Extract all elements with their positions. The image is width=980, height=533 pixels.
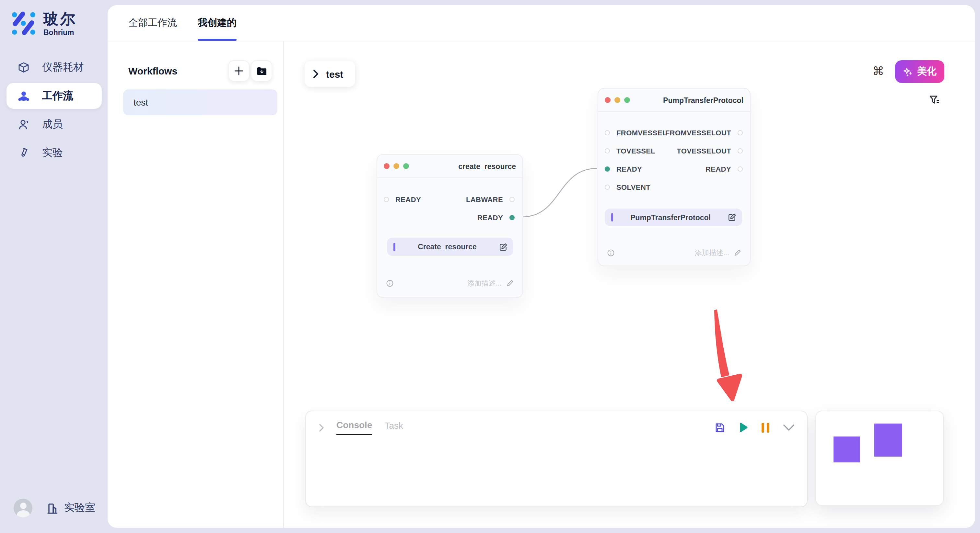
port-connector[interactable] [509,197,515,202]
sidebar: 玻尔 Bohrium 仪器耗材 工作流 [0,0,108,533]
node-action-pill: PumpTransferProtocol [605,209,742,226]
node-title: create_resource [458,162,516,170]
pencil-icon[interactable] [734,249,741,257]
workflow-list-item[interactable]: test [123,89,277,115]
tab-task[interactable]: Task [384,420,403,435]
sidebar-item-label: 实验 [42,146,63,160]
sidebar-item-label: 仪器耗材 [42,60,84,74]
app-window: 玻尔 Bohrium 仪器耗材 工作流 [0,0,980,533]
node-action-pill: Create_resource [387,238,513,256]
save-icon[interactable] [714,422,725,433]
traffic-light-green[interactable] [624,97,630,103]
port-connector[interactable] [738,167,743,171]
beautify-button[interactable]: 美化 [895,60,944,83]
console-panel: Console Task [305,411,808,507]
member-icon [18,118,30,130]
workflow-tabs: 全部工作流 我创建的 [108,5,975,41]
edit-icon[interactable] [728,213,736,222]
brand-title: 玻尔 [43,10,77,27]
node-header: create_resource [377,155,522,178]
port-connector[interactable] [384,197,389,202]
bohrium-logo-icon [10,10,36,36]
edit-icon[interactable] [499,243,508,251]
node-header: PumpTransferProtocol [598,89,750,112]
sidebar-item-instruments[interactable]: 仪器耗材 [6,54,102,80]
port-connector[interactable] [738,148,743,154]
sidebar-item-members[interactable]: 成员 [6,111,102,137]
node-create-resource[interactable]: create_resource READY LABWARE READY Crea… [377,154,523,298]
package-icon [18,61,30,73]
port-connector[interactable] [605,148,610,154]
node-footer: 添加描述... [386,279,514,287]
workflows-panel: Workflows [108,41,284,528]
tab-all-workflows[interactable]: 全部工作流 [128,5,177,41]
console-toolbar: Console Task [306,411,807,435]
pause-icon[interactable] [762,423,769,432]
port-connector[interactable] [605,167,610,171]
pill-label: Create_resource [395,243,499,251]
user-avatar[interactable] [14,499,32,517]
sidebar-item-experiments[interactable]: 实验 [6,140,102,166]
port-connector[interactable] [509,215,515,220]
traffic-light-yellow[interactable] [614,97,620,103]
traffic-light-yellow[interactable] [393,163,399,169]
folder-import-icon [256,67,267,75]
team-icon [18,90,30,102]
input-port-solvent: SOLVENT [605,183,651,191]
brand-subtitle: Bohrium [43,29,77,36]
port-connector[interactable] [605,130,610,135]
beautify-label: 美化 [917,65,937,78]
pencil-icon[interactable] [506,279,514,287]
run-icon[interactable] [739,422,748,433]
traffic-light-green[interactable] [403,163,409,169]
chevron-right-icon [313,69,319,78]
tab-console[interactable]: Console [336,420,372,435]
port-connector[interactable] [738,130,743,135]
plus-icon [234,66,244,76]
sidebar-item-label: 工作流 [42,89,73,103]
command-palette-icon[interactable]: ⌘ [872,65,884,78]
node-pump-transfer-protocol[interactable]: PumpTransferProtocol FROMVESSEL TOVESSEL… [598,88,751,266]
minimap[interactable] [815,411,944,506]
breadcrumb[interactable]: test [305,61,355,87]
main-panel: 全部工作流 我创建的 Workflows [108,5,975,528]
import-workflow-button[interactable] [251,60,272,82]
traffic-light-red[interactable] [605,97,611,103]
output-port-fromvesselout: FROMVESSELOUT [665,129,743,136]
workflows-header: Workflows [128,61,272,81]
sidebar-item-workflow[interactable]: 工作流 [6,83,102,109]
traffic-light-red[interactable] [384,163,390,169]
pill-label: PumpTransferProtocol [613,213,728,221]
description-placeholder[interactable]: 添加描述... [695,248,729,257]
filter-icon[interactable] [929,95,940,106]
info-icon[interactable] [386,279,393,287]
sparkles-icon [903,67,913,77]
output-port-ready: READY [477,214,515,222]
building-icon [46,501,60,515]
workflow-item-name: test [134,97,148,108]
node-title: PumpTransferProtocol [663,96,743,104]
sidebar-footer: 实验室 [14,499,95,517]
output-port-labware: LABWARE [466,195,515,203]
brand-logo: 玻尔 Bohrium [10,10,77,36]
input-port-tovessel: TOVESSEL [605,147,655,155]
experiment-icon [18,147,30,159]
description-placeholder[interactable]: 添加描述... [467,278,502,288]
node-footer: 添加描述... [607,248,741,257]
input-port-ready: READY [384,195,421,203]
lab-label: 实验室 [64,501,95,515]
info-icon[interactable] [607,249,614,256]
workflows-title: Workflows [128,65,227,76]
output-port-ready: READY [705,165,743,173]
collapse-panel-icon[interactable] [783,424,795,431]
add-workflow-button[interactable] [228,60,250,82]
minimap-node-create-resource [834,436,860,462]
expand-console-icon[interactable] [319,423,324,431]
sidebar-nav: 仪器耗材 工作流 成员 [6,54,102,168]
tab-created-by-me[interactable]: 我创建的 [198,5,237,41]
minimap-node-pump-transfer [874,424,902,457]
port-connector[interactable] [605,185,610,190]
input-port-fromvessel: FROMVESSEL [605,129,667,136]
input-port-ready: READY [605,165,642,173]
lab-switcher[interactable]: 实验室 [46,501,95,515]
